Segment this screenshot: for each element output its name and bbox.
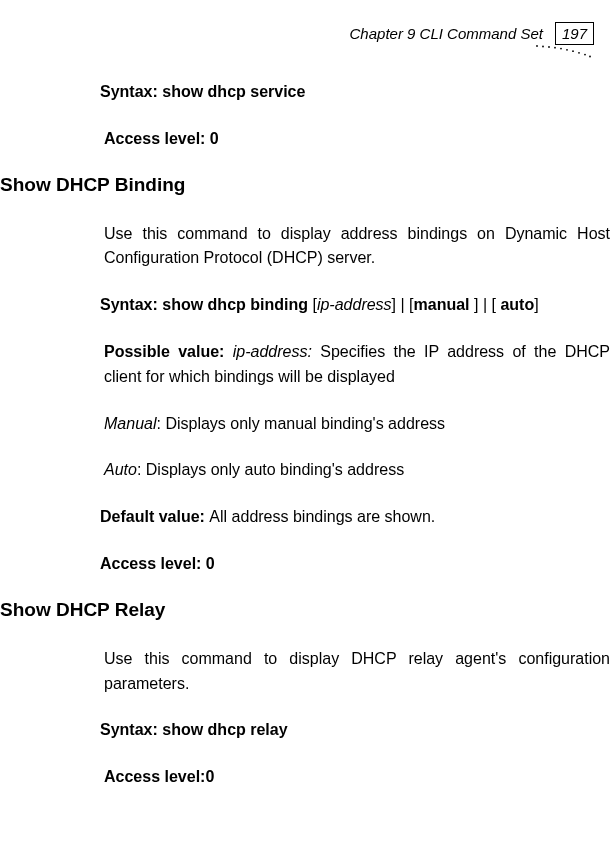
possible-value-label: Possible value: bbox=[104, 343, 233, 360]
svg-point-4 bbox=[560, 48, 562, 50]
syntax-prefix: Syntax: show dhcp binding bbox=[100, 296, 312, 313]
bracket-mid1: ] | [ bbox=[392, 296, 414, 313]
possible-value-ip: ip-address: bbox=[233, 343, 312, 360]
heading-show-dhcp-relay: Show DHCP Relay bbox=[0, 599, 610, 621]
page-header: Chapter 9 CLI Command Set 197 bbox=[350, 22, 594, 45]
manual-line: Manual: Displays only manual binding's a… bbox=[104, 412, 610, 437]
manual-label: Manual bbox=[104, 415, 156, 432]
syntax-manual: manual bbox=[414, 296, 474, 313]
heading-show-dhcp-binding: Show DHCP Binding bbox=[0, 174, 610, 196]
header-dots-decoration bbox=[534, 44, 594, 58]
bracket-close: ] bbox=[534, 296, 538, 313]
svg-point-8 bbox=[584, 54, 586, 56]
access-level-0-b: Access level: 0 bbox=[100, 552, 610, 577]
auto-line: Auto: Displays only auto binding's addre… bbox=[104, 458, 610, 483]
page-number: 197 bbox=[555, 22, 594, 45]
default-value-rest: All address bindings are shown. bbox=[209, 508, 435, 525]
auto-label: Auto bbox=[104, 461, 137, 478]
svg-point-3 bbox=[554, 47, 556, 49]
bracket-mid2: ] | [ bbox=[474, 296, 500, 313]
default-value-label: Default value: bbox=[100, 508, 209, 525]
syntax-ip-address: ip-address bbox=[317, 296, 392, 313]
desc-dhcp-relay: Use this command to display DHCP relay a… bbox=[104, 647, 610, 697]
svg-point-7 bbox=[578, 52, 580, 54]
default-value-line: Default value: All address bindings are … bbox=[100, 505, 610, 530]
access-level-0-c: Access level:0 bbox=[104, 765, 610, 790]
svg-point-1 bbox=[542, 46, 544, 48]
content-area: Syntax: show dhcp service Access level: … bbox=[0, 80, 610, 812]
syntax-dhcp-binding: Syntax: show dhcp binding [ip-address] |… bbox=[100, 293, 610, 318]
svg-point-6 bbox=[572, 50, 574, 52]
svg-point-9 bbox=[589, 56, 591, 58]
svg-point-2 bbox=[548, 46, 550, 48]
possible-value-line: Possible value: ip-address: Specifies th… bbox=[104, 340, 610, 390]
auto-rest: : Displays only auto binding's address bbox=[137, 461, 404, 478]
access-level-0-a: Access level: 0 bbox=[104, 127, 610, 152]
page: Chapter 9 CLI Command Set 197 Syntax: sh… bbox=[0, 0, 610, 851]
syntax-auto: auto bbox=[500, 296, 534, 313]
svg-point-5 bbox=[566, 49, 568, 51]
manual-rest: : Displays only manual binding's address bbox=[156, 415, 445, 432]
syntax-show-dhcp-service: Syntax: show dhcp service bbox=[100, 80, 610, 105]
syntax-show-dhcp-relay: Syntax: show dhcp relay bbox=[100, 718, 610, 743]
desc-dhcp-binding: Use this command to display address bind… bbox=[104, 222, 610, 272]
chapter-title: Chapter 9 CLI Command Set bbox=[350, 25, 543, 42]
svg-point-0 bbox=[536, 45, 538, 47]
